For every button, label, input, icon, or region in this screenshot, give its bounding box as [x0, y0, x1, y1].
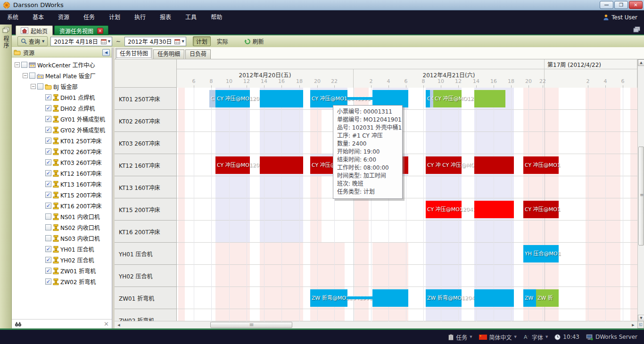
task-bar[interactable]: ZW 折: [536, 289, 559, 307]
task-bar[interactable]: C: [430, 90, 433, 107]
side-tab-programs[interactable]: 程序: [0, 26, 12, 49]
tree-item[interactable]: −WorkCenter 工作中心: [12, 59, 112, 70]
task-bar[interactable]: [474, 289, 514, 307]
calendar-icon[interactable]: [174, 39, 180, 44]
tree-item[interactable]: ✓ZW02 折弯机: [12, 276, 112, 287]
tree-item[interactable]: −Metal Plate 钣金厂: [12, 70, 112, 81]
status-item-0[interactable]: 任务▼: [448, 333, 472, 341]
menu-item-4[interactable]: 计划: [102, 10, 127, 25]
user-area[interactable]: Test User: [603, 10, 637, 25]
tree-checkbox[interactable]: ✓: [45, 203, 51, 209]
tree-item[interactable]: ✓YH02 压合机: [12, 254, 112, 265]
refresh-button[interactable]: 刷新: [241, 36, 267, 46]
gantt-view-tab-0[interactable]: 任务甘特图: [116, 48, 152, 59]
tree-checkbox[interactable]: ✓: [45, 148, 51, 155]
query-button[interactable]: 查询 ▼: [17, 36, 48, 46]
tree-checkbox[interactable]: [45, 213, 51, 220]
task-bar[interactable]: CY 冲 CY 冲压@MO12041904: [426, 156, 462, 174]
tree-checkbox[interactable]: [37, 83, 43, 90]
tree-item[interactable]: ✓KT15 200T冲床: [12, 189, 112, 200]
vertical-scroll-thumb[interactable]: [638, 147, 644, 246]
tree-checkbox[interactable]: [45, 235, 51, 241]
tree-expander-icon[interactable]: −: [31, 84, 36, 89]
task-bar[interactable]: [260, 90, 303, 107]
horizontal-scrollbar[interactable]: ◀ ▶: [115, 321, 644, 328]
tree-checkbox[interactable]: ✓: [45, 181, 51, 187]
task-bar[interactable]: [474, 90, 505, 107]
calendar-icon[interactable]: [101, 39, 107, 44]
tree-checkbox[interactable]: ✓: [45, 257, 51, 263]
menu-item-3[interactable]: 任务: [76, 10, 102, 25]
task-bar[interactable]: ZW 折弯@MO12041901: [310, 289, 347, 307]
tree-item[interactable]: ✓ZW01 折弯机: [12, 265, 112, 276]
horizontal-scroll-thumb[interactable]: [210, 322, 292, 328]
status-item-1[interactable]: 简体中文▼: [479, 333, 517, 341]
tree-item[interactable]: ✓KT03 260T冲床: [12, 157, 112, 168]
task-bar[interactable]: ZW 折弯@MO12041901: [426, 289, 462, 307]
gantt-view-tab-2[interactable]: 日负荷: [185, 49, 211, 59]
task-link-bar[interactable]: [347, 296, 372, 299]
tree-item[interactable]: ✓KT16 200T冲床: [12, 200, 112, 211]
status-item-2[interactable]: A:字体▼: [523, 333, 548, 341]
menu-item-5[interactable]: 执行: [127, 10, 153, 25]
binoculars-icon[interactable]: [15, 321, 22, 327]
tree-checkbox[interactable]: ✓: [45, 159, 51, 165]
tree-checkbox[interactable]: ✓: [45, 246, 51, 252]
tree-item[interactable]: −BJ 钣金部: [12, 81, 112, 92]
date-from-dropdown-icon[interactable]: ▼: [108, 40, 110, 43]
gantt-view-tab-1[interactable]: 任务明细: [153, 49, 184, 59]
tree-checkbox[interactable]: [21, 62, 27, 68]
menu-item-7[interactable]: 工具: [178, 10, 204, 25]
scroll-left-icon[interactable]: ◀: [116, 322, 122, 328]
tree-item[interactable]: ✓KT01 250T冲床: [12, 135, 112, 146]
tree-item[interactable]: ✓GY02 外桶成型机: [12, 124, 112, 135]
menu-item-1[interactable]: 基本: [25, 10, 51, 25]
scroll-right-icon[interactable]: ▶: [630, 322, 636, 328]
scroll-down-icon[interactable]: ▼: [638, 315, 644, 321]
tab-home[interactable]: 起始页: [16, 25, 53, 35]
tree-item[interactable]: NS02 内收口机: [12, 222, 112, 233]
task-bar[interactable]: [260, 156, 303, 174]
task-bar[interactable]: CY 冲压@MO1: [523, 156, 559, 174]
tab-close-icon[interactable]: x: [97, 28, 103, 34]
tree-item[interactable]: ✓KT12 160T冲床: [12, 168, 112, 179]
task-bar[interactable]: CY 冲压@MO1: [523, 201, 559, 218]
tree-item[interactable]: ✓YH01 压合机: [12, 244, 112, 254]
date-to-dropdown-icon[interactable]: ▼: [182, 40, 184, 43]
tree-checkbox[interactable]: [45, 224, 51, 230]
tree-checkbox[interactable]: ✓: [45, 170, 51, 176]
tree-expander-icon[interactable]: −: [23, 73, 28, 78]
date-from-field[interactable]: 2012年 4月18日 ▼: [50, 37, 112, 46]
task-bar[interactable]: [372, 289, 408, 307]
tree-item[interactable]: ✓DH02 点焊机: [12, 103, 112, 114]
task-bar[interactable]: C: [426, 90, 430, 107]
cascade-windows-icon[interactable]: [633, 26, 640, 33]
menu-item-2[interactable]: 资源: [51, 10, 76, 25]
minimize-button[interactable]: —: [600, 1, 613, 9]
tree-checkbox[interactable]: ✓: [45, 105, 51, 111]
scroll-up-icon[interactable]: ▲: [638, 59, 644, 66]
menu-item-0[interactable]: 系统: [0, 10, 25, 25]
vertical-scrollbar[interactable]: ▲ ▼: [637, 59, 644, 321]
tree-checkbox[interactable]: ✓: [45, 116, 51, 122]
task-bar[interactable]: CY 冲压@MO12041903: [426, 201, 462, 218]
menu-item-8[interactable]: 帮助: [204, 10, 229, 25]
actual-toggle-button[interactable]: 实际: [214, 36, 231, 46]
task-bar[interactable]: CY 冲压@MO12041904: [215, 156, 250, 174]
close-button[interactable]: ✕: [629, 1, 643, 9]
tree-checkbox[interactable]: [29, 73, 35, 79]
collapse-panel-button[interactable]: ◀: [102, 49, 110, 56]
task-bar[interactable]: [474, 201, 514, 218]
task-bar[interactable]: [474, 156, 514, 174]
plan-toggle-button[interactable]: 计划: [193, 36, 211, 46]
tree-checkbox[interactable]: ✓: [45, 278, 51, 285]
task-link-bar[interactable]: [347, 97, 372, 100]
tree-item[interactable]: ✓KT13 160T冲床: [12, 179, 112, 189]
tree-item[interactable]: ✓KT02 260T冲床: [12, 146, 112, 157]
tree-item[interactable]: ✓GY01 外桶成型机: [12, 114, 112, 124]
maximize-button[interactable]: ❐: [614, 1, 628, 9]
tree-item[interactable]: NS03 内收口机: [12, 233, 112, 244]
tree-checkbox[interactable]: ✓: [45, 268, 51, 274]
tree-checkbox[interactable]: ✓: [45, 94, 51, 100]
task-bar[interactable]: YH 压合@MO1: [523, 245, 559, 262]
